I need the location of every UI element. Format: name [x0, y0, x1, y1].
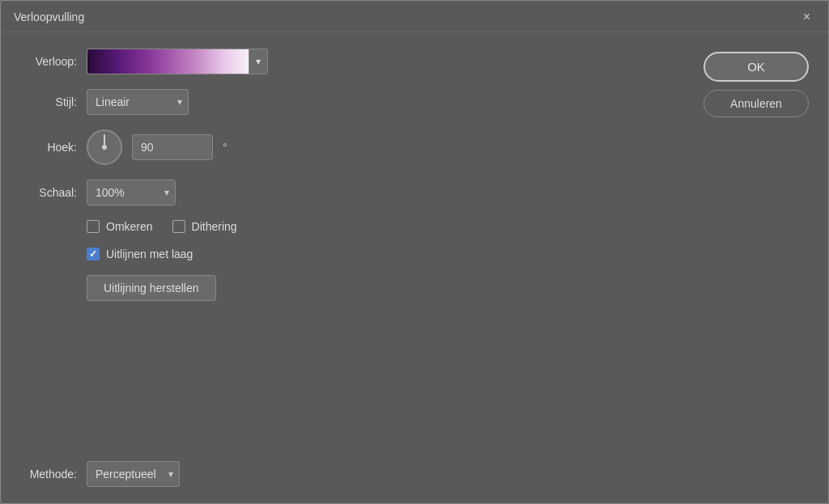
methode-label: Methode: [20, 468, 77, 481]
reset-row: Uitlijning herstellen [20, 275, 687, 301]
dropdown-arrow-icon: ▾ [256, 56, 261, 67]
stijl-label: Stijl: [20, 95, 77, 108]
dithering-checkbox[interactable] [172, 220, 185, 233]
dialog-title: Verloopvulling [14, 11, 84, 23]
hoek-row: Hoek: ° [20, 129, 687, 165]
schaal-label: Schaal: [20, 186, 77, 199]
uitlijnen-text: Uitlijnen met laag [106, 248, 193, 260]
angle-dial[interactable] [87, 129, 122, 165]
angle-input[interactable] [132, 134, 213, 160]
dialog-content: Verloop: ▾ Stijl: Lineair Radiaal Hoek [1, 32, 828, 503]
uitlijnen-checkbox[interactable] [87, 248, 100, 260]
methode-select[interactable]: Perceptueel Lineair Klassiek [87, 461, 180, 487]
close-button[interactable]: × [798, 9, 815, 25]
stijl-select-wrapper: Lineair Radiaal Hoek Weerspiegeld Ruit [87, 89, 189, 115]
gradient-picker: ▾ [87, 49, 268, 74]
form-area: Verloop: ▾ Stijl: Lineair Radiaal Hoek [20, 49, 687, 487]
gradient-swatch[interactable] [87, 49, 249, 74]
spacer [20, 316, 687, 443]
ok-button[interactable]: OK [704, 52, 809, 82]
degree-symbol: ° [223, 141, 227, 154]
omkeren-checkbox[interactable] [87, 220, 100, 233]
schaal-select-wrapper: 50% 75% 100% 150% 200% [87, 180, 176, 205]
verloop-label: Verloop: [20, 55, 77, 68]
reset-button[interactable]: Uitlijning herstellen [87, 275, 216, 301]
methode-select-wrapper: Perceptueel Lineair Klassiek [87, 461, 180, 487]
stijl-row: Stijl: Lineair Radiaal Hoek Weerspiegeld… [20, 89, 687, 115]
stijl-select[interactable]: Lineair Radiaal Hoek Weerspiegeld Ruit [87, 89, 189, 115]
dithering-checkbox-label[interactable]: Dithering [172, 220, 237, 233]
schaal-select[interactable]: 50% 75% 100% 150% 200% [87, 180, 176, 205]
dial-needle [104, 134, 105, 146]
title-bar: Verloopvulling × [1, 1, 828, 32]
verloop-row: Verloop: ▾ [20, 49, 687, 74]
omkeren-text: Omkeren [106, 220, 153, 233]
gradient-dropdown-button[interactable]: ▾ [249, 49, 268, 74]
cancel-button[interactable]: Annuleren [704, 90, 809, 117]
uitlijnen-row: Uitlijnen met laag [20, 248, 687, 260]
checkboxes-row: Omkeren Dithering [20, 220, 687, 233]
dialog-verloopvulling: Verloopvulling × Verloop: ▾ Stijl: [0, 0, 829, 504]
methode-row: Methode: Perceptueel Lineair Klassiek [20, 461, 687, 487]
buttons-area: OK Annuleren [704, 49, 809, 487]
hoek-label: Hoek: [20, 141, 77, 154]
omkeren-checkbox-label[interactable]: Omkeren [87, 220, 153, 233]
dithering-text: Dithering [192, 220, 237, 233]
schaal-row: Schaal: 50% 75% 100% 150% 200% [20, 180, 687, 205]
dial-dot [102, 145, 107, 150]
uitlijnen-checkbox-label[interactable]: Uitlijnen met laag [87, 248, 193, 260]
